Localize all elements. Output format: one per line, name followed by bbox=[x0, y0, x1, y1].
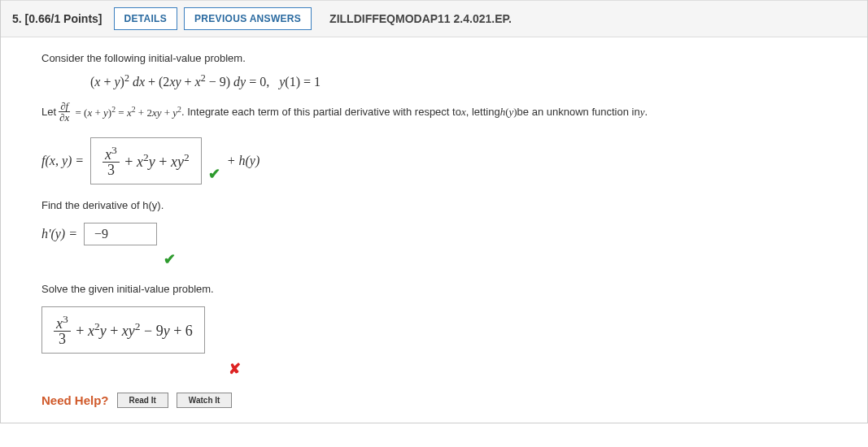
answer-box-2[interactable]: −9 bbox=[84, 223, 157, 245]
read-it-button[interactable]: Read It bbox=[117, 393, 168, 408]
hprime-answer-row: h'(y) = −9 bbox=[41, 223, 835, 245]
need-help-label: Need Help? bbox=[41, 393, 109, 407]
question-body: Consider the following initial-value pro… bbox=[1, 37, 867, 423]
question-container: 5. [0.66/1 Points] DETAILS PREVIOUS ANSW… bbox=[0, 0, 868, 423]
fxy-answer-row: f(x, y) = x33 + x2y + xy2 ✔ + h(y) bbox=[41, 137, 835, 184]
watch-it-button[interactable]: Watch It bbox=[177, 393, 233, 408]
prompt-consider: Consider the following initial-value pro… bbox=[41, 52, 835, 64]
let-statement: Let ∂f∂x = (x + y)2 = x2 + 2xy + y2 . In… bbox=[41, 101, 835, 123]
question-header: 5. [0.66/1 Points] DETAILS PREVIOUS ANSW… bbox=[1, 0, 867, 37]
need-help-row: Need Help? Read It Watch It bbox=[41, 393, 835, 408]
fxy-label: f(x, y) = bbox=[41, 154, 84, 168]
partial-fraction: ∂f∂x bbox=[58, 101, 71, 123]
final-answer-row: x33 + x2y + xy2 − 9y + 6 bbox=[41, 306, 835, 354]
question-number: 5. [0.66/1 Points] bbox=[12, 12, 103, 25]
solve-prompt: Solve the given initial-value problem. bbox=[41, 283, 835, 295]
plus-hy-label: + h(y) bbox=[227, 154, 260, 168]
ode-equation: (x + y)2 dx + (2xy + x2 − 9) dy = 0, y(1… bbox=[41, 72, 835, 89]
details-button[interactable]: DETAILS bbox=[114, 7, 178, 30]
check-icon: ✔ bbox=[164, 251, 176, 267]
check-icon: ✔ bbox=[208, 165, 220, 183]
hprime-label: h'(y) = bbox=[41, 227, 77, 241]
previous-answers-button[interactable]: PREVIOUS ANSWERS bbox=[184, 7, 312, 30]
answer-box-3[interactable]: x33 + x2y + xy2 − 9y + 6 bbox=[41, 306, 205, 354]
find-derivative-prompt: Find the derivative of h(y). bbox=[41, 199, 835, 211]
cross-icon: ✘ bbox=[229, 361, 241, 377]
answer-box-1[interactable]: x33 + x2y + xy2 bbox=[90, 137, 202, 184]
citation-text: ZILLDIFFEQMODAP11 2.4.021.EP. bbox=[329, 12, 512, 25]
